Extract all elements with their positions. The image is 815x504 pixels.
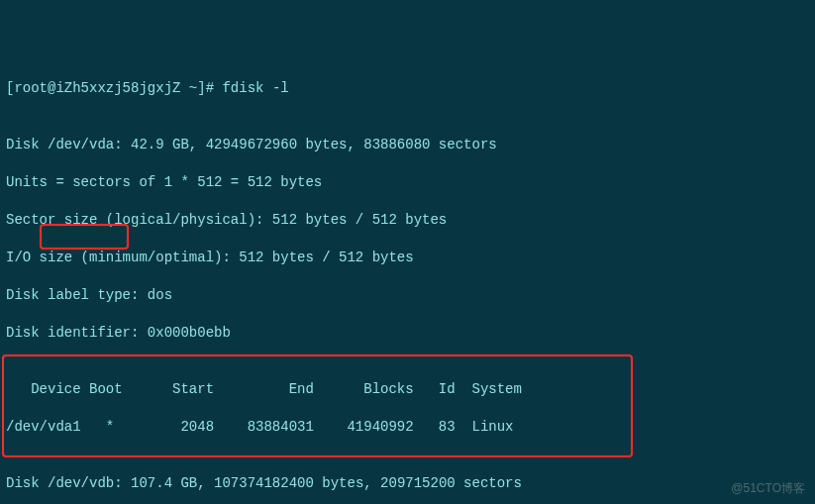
prompt-close: ]# bbox=[197, 80, 222, 96]
prompt-line-1[interactable]: [root@iZh5xxzj58jgxjZ ~]# fdisk -l bbox=[6, 79, 809, 98]
vda-sector-size: Sector size (logical/physical): 512 byte… bbox=[6, 211, 809, 230]
command-text: fdisk -l bbox=[222, 80, 288, 96]
vdb-device-path: /dev/vdb: bbox=[48, 475, 123, 491]
vdb-disk-header: Disk /dev/vdb: 107.4 GB, 107374182400 by… bbox=[6, 474, 809, 493]
vda-identifier: Disk identifier: 0x000b0ebb bbox=[6, 324, 809, 343]
vda-label-type: Disk label type: dos bbox=[6, 286, 809, 305]
prompt-cwd: ~ bbox=[180, 80, 197, 96]
vda-io-size: I/O size (minimum/optimal): 512 bytes / … bbox=[6, 249, 809, 267]
vda-partition-row: /dev/vda1 * 2048 83884031 41940992 83 Li… bbox=[6, 418, 809, 437]
vdb-header-pre: Disk bbox=[6, 475, 48, 491]
vda-disk-header: Disk /dev/vda: 42.9 GB, 42949672960 byte… bbox=[6, 136, 809, 154]
prompt-user-host: root@iZh5xxzj58jgxjZ bbox=[14, 80, 180, 96]
vda-units: Units = sectors of 1 * 512 = 512 bytes bbox=[6, 173, 809, 192]
vda-table-header: Device Boot Start End Blocks Id System bbox=[6, 380, 809, 399]
highlight-vdb-partitions bbox=[2, 354, 633, 457]
vdb-header-post: 107.4 GB, 107374182400 bytes, 209715200 … bbox=[123, 475, 522, 491]
